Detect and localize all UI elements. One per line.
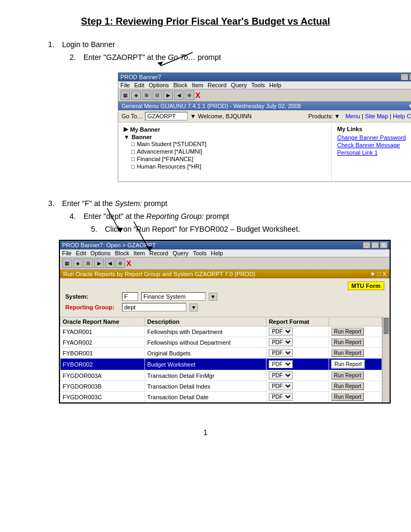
row4-run-btn[interactable]: Run Report bbox=[331, 360, 365, 369]
table-row: FYBOR001 Original Budgets PDF Run Report bbox=[60, 348, 382, 359]
table-row: FYGDOR003B Transaction Detail Index PDF … bbox=[60, 381, 382, 392]
form-area: MTU Form System: ▼ Reporting Group: ▼ bbox=[60, 278, 390, 317]
toolbar2-icon-1: ▦ bbox=[62, 259, 72, 268]
step3-num: 3. bbox=[48, 199, 59, 208]
row7-desc: Transaction Detail Date bbox=[145, 392, 267, 402]
row7-format: PDF bbox=[267, 392, 329, 402]
menu-query[interactable]: Query bbox=[231, 82, 247, 88]
banner-item-hr[interactable]: □Human Resources [*HR] bbox=[124, 163, 326, 170]
close-icon-2[interactable]: X bbox=[126, 259, 131, 268]
close-btn-2[interactable]: X bbox=[380, 242, 387, 248]
menu-options[interactable]: Options bbox=[149, 82, 169, 88]
menu2-query[interactable]: Query bbox=[172, 250, 188, 256]
banner-section-title: ▼Banner bbox=[124, 134, 326, 140]
row4-format-select[interactable]: PDF bbox=[269, 360, 293, 368]
row7-run-btn[interactable]: Run Report bbox=[331, 393, 364, 401]
menu-block[interactable]: Block bbox=[173, 82, 188, 88]
row3-action: Run Report bbox=[329, 348, 382, 359]
maximize-btn-2[interactable]: □ bbox=[371, 242, 379, 248]
products-dropdown[interactable]: ▼ bbox=[334, 113, 340, 119]
mylink-2[interactable]: Check Banner Message bbox=[337, 142, 411, 148]
row7-format-select[interactable]: PDF bbox=[269, 393, 293, 401]
mylink-3[interactable]: Personal Link 1 bbox=[337, 149, 411, 156]
row2-run-btn[interactable]: Run Report bbox=[331, 338, 364, 346]
sitemap-link[interactable]: Site Map bbox=[365, 113, 388, 119]
table-row: FYGDOR003C Transaction Detail Date PDF R… bbox=[60, 392, 382, 402]
step3-text: Enter "F" at the System: prompt bbox=[62, 199, 168, 208]
minimize-btn-2[interactable]: _ bbox=[363, 242, 370, 248]
menu-help[interactable]: Help bbox=[269, 82, 281, 88]
toolbar-icon-3: ⊞ bbox=[142, 90, 151, 100]
banner-item-alumni[interactable]: □Advancement [*ALUMNI] bbox=[124, 148, 326, 155]
row6-format-select[interactable]: PDF bbox=[269, 382, 293, 390]
toolbar-icon-4: ⊟ bbox=[153, 90, 162, 100]
helpcenter-link[interactable]: Help Center bbox=[393, 113, 411, 119]
row3-name: FYBOR001 bbox=[60, 348, 145, 359]
menu-tools[interactable]: Tools bbox=[251, 82, 265, 88]
scrollbar[interactable] bbox=[382, 317, 390, 402]
toolbar2-icon-3: ⊞ bbox=[83, 259, 93, 268]
win-titlebar-1: PROD Banner7 _ □ X bbox=[118, 73, 411, 81]
row3-format: PDF bbox=[267, 348, 329, 359]
row1-format-select[interactable]: PDF bbox=[269, 328, 293, 336]
arrow-annotation-3 bbox=[118, 222, 171, 254]
toolbar-1: ▦ ◈ ⊞ ⊟ ▶ ◀ ⊕ X bbox=[118, 89, 411, 102]
row5-run-btn[interactable]: Run Report bbox=[331, 371, 364, 379]
menu-file[interactable]: File bbox=[120, 82, 130, 88]
row4-format: PDF bbox=[267, 359, 329, 370]
menu-record[interactable]: Record bbox=[208, 82, 226, 88]
win-title-1: PROD Banner7 bbox=[120, 74, 161, 80]
mtu-badge: MTU Form bbox=[348, 282, 384, 290]
menu-item[interactable]: Item bbox=[192, 82, 203, 88]
menu-bar-2: File Edit Options Block Item Record Quer… bbox=[60, 249, 390, 257]
row3-format-select[interactable]: PDF bbox=[269, 349, 293, 357]
reporting-input[interactable] bbox=[122, 303, 186, 311]
page-number: 1 bbox=[32, 428, 379, 437]
mybanner-title: ▶My Banner bbox=[124, 126, 326, 133]
row5-format-select[interactable]: PDF bbox=[269, 371, 293, 379]
row5-action: Run Report bbox=[329, 370, 382, 381]
reporting-dropdown-icon[interactable]: ▼ bbox=[189, 303, 198, 311]
menu2-help[interactable]: Help bbox=[211, 250, 223, 256]
toolbar-icon-1: ▦ bbox=[120, 90, 130, 100]
table-row-selected: FYBOR002 Budget Worksheet PDF Run Report bbox=[60, 359, 382, 370]
menu2-options[interactable]: Options bbox=[90, 250, 111, 256]
menu-link[interactable]: Menu bbox=[345, 113, 360, 119]
toolbar-2: ▦ ◈ ⊞ ▶ ◀ ⊕ X bbox=[60, 257, 390, 270]
row7-name: FYGDOR003C bbox=[60, 392, 145, 402]
mylink-1[interactable]: Change Banner Password bbox=[337, 134, 411, 141]
goto-input[interactable] bbox=[145, 112, 188, 120]
goto-dropdown-icon[interactable]: ▼ bbox=[190, 113, 196, 119]
banner-screenshot-1: PROD Banner7 _ □ X File Edit Options Blo… bbox=[118, 72, 411, 182]
system-label: System: bbox=[65, 293, 119, 300]
col-header-desc: Description bbox=[145, 317, 267, 326]
page-title: Step 1: Reviewing Prior Fiscal Year's Bu… bbox=[32, 16, 379, 27]
row6-desc: Transaction Detail Index bbox=[145, 381, 267, 392]
row6-name: FYGDOR003B bbox=[60, 381, 145, 392]
system-dropdown-icon[interactable]: ▼ bbox=[209, 293, 217, 301]
system-desc-input[interactable] bbox=[141, 292, 206, 301]
row5-name: FYGDOR003A bbox=[60, 370, 145, 381]
row2-format-select[interactable]: PDF bbox=[269, 338, 293, 346]
row3-run-btn[interactable]: Run Report bbox=[331, 349, 364, 357]
step4-num: 4. bbox=[70, 212, 80, 221]
row4-action: Run Report bbox=[329, 359, 382, 370]
system-input[interactable] bbox=[122, 292, 138, 301]
menu2-edit[interactable]: Edit bbox=[76, 250, 86, 256]
minimize-btn-1[interactable]: _ bbox=[401, 74, 408, 80]
row1-run-btn[interactable]: Run Report bbox=[331, 328, 364, 336]
menu-edit[interactable]: Edit bbox=[134, 82, 144, 88]
row6-run-btn[interactable]: Run Report bbox=[331, 382, 364, 390]
close-icon-1[interactable]: X bbox=[195, 91, 200, 100]
system-row: System: ▼ bbox=[65, 292, 384, 301]
banner-item-finance[interactable]: □Financial [*FINANCE] bbox=[124, 155, 326, 163]
row5-desc: Transaction Detail FinMgr bbox=[145, 370, 267, 381]
menu2-file[interactable]: File bbox=[62, 250, 72, 256]
app-header-title-1: General Menu GUAUNU 7.4.1.1 (PROD) - Wed… bbox=[121, 103, 301, 109]
row6-action: Run Report bbox=[329, 381, 382, 392]
arrow-annotation-1 bbox=[118, 50, 225, 69]
svg-line-0 bbox=[161, 52, 193, 66]
goto-left-1: Go To… ▼ Welcome, BJQUINN bbox=[121, 112, 252, 120]
banner-item-student[interactable]: □Main Student [*STUDENT] bbox=[124, 140, 326, 148]
menu2-tools[interactable]: Tools bbox=[193, 250, 207, 256]
